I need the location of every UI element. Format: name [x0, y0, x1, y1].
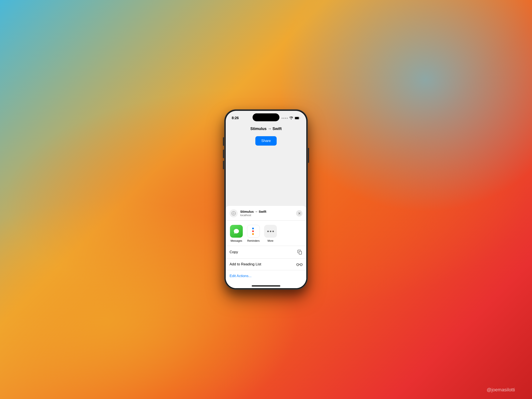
share-sheet: Stimulus → Swift localhost ✕ — [226, 206, 306, 288]
compass-icon — [231, 211, 236, 215]
messages-label: Messages — [231, 239, 242, 242]
app-content: Stimulus → Swift Share — [226, 122, 306, 288]
copy-action-row[interactable]: Copy — [226, 246, 306, 259]
signal-dot-2 — [283, 118, 284, 119]
share-sheet-close-button[interactable]: ✕ — [296, 210, 303, 216]
share-app-reminders[interactable]: Reminders — [247, 225, 260, 242]
reminder-row-1 — [252, 228, 255, 229]
signal-dot-4 — [287, 118, 288, 119]
battery-icon — [295, 117, 300, 120]
glasses-icon — [297, 263, 303, 266]
messages-icon — [230, 225, 243, 238]
page-title: Stimulus → Swift — [250, 127, 282, 131]
dynamic-island — [253, 113, 279, 121]
share-app-more[interactable]: More — [264, 225, 277, 242]
share-title-block: Stimulus → Swift localhost — [240, 210, 293, 217]
share-button[interactable]: Share — [255, 136, 277, 146]
edit-actions-row[interactable]: Edit Actions... — [226, 270, 306, 282]
dot-red-1 — [252, 230, 254, 232]
reminders-icon — [247, 225, 260, 238]
more-dot-1 — [267, 231, 269, 232]
phone-outer-shell: 8:26 — [224, 110, 308, 289]
reminder-row-3 — [252, 233, 255, 235]
signal-icon — [282, 118, 288, 119]
dot-orange-1 — [252, 233, 254, 235]
share-sheet-header: Stimulus → Swift localhost ✕ — [226, 206, 306, 221]
reading-list-label: Add to Reading List — [229, 262, 261, 266]
more-dot-3 — [272, 231, 274, 232]
signal-dot-1 — [282, 118, 283, 119]
svg-point-6 — [297, 264, 299, 266]
share-sheet-subtitle: localhost — [240, 214, 293, 217]
more-icon — [264, 225, 277, 238]
svg-point-7 — [300, 264, 302, 266]
edit-actions-label: Edit Actions... — [229, 274, 252, 278]
share-apps-row: Messages — [226, 221, 306, 246]
reading-list-action-row[interactable]: Add to Reading List — [226, 259, 306, 270]
reminder-row-2 — [252, 230, 255, 232]
status-icons — [282, 117, 300, 120]
home-indicator — [252, 285, 280, 286]
wifi-icon — [289, 117, 293, 120]
more-dot-2 — [270, 231, 271, 232]
phone-screen: 8:26 — [226, 111, 306, 288]
three-dots-icon — [267, 231, 274, 232]
reminders-content — [250, 226, 257, 237]
share-sheet-title: Stimulus → Swift — [240, 210, 293, 214]
svg-rect-5 — [299, 251, 302, 254]
signal-dot-3 — [285, 118, 286, 119]
dot-blue-1 — [252, 228, 254, 229]
reminders-label: Reminders — [247, 239, 260, 242]
share-sheet-icon — [229, 209, 238, 217]
status-time: 8:26 — [232, 116, 239, 120]
messages-bubble-icon — [232, 227, 241, 235]
phone-device: 8:26 — [224, 110, 308, 289]
share-app-messages[interactable]: Messages — [230, 225, 243, 242]
copy-label: Copy — [229, 250, 238, 254]
svg-rect-1 — [295, 117, 299, 119]
copy-icon — [297, 250, 303, 255]
watermark: @joemasilotti — [487, 387, 515, 393]
more-label: More — [267, 239, 273, 242]
